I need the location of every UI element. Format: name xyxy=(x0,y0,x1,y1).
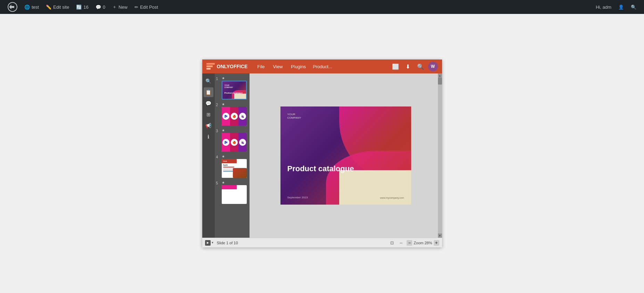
vertical-scrollbar[interactable]: ▲ ▼ xyxy=(438,73,442,238)
slide-info-2: ★ 🫐 🍎 🍇 xyxy=(222,102,248,126)
editor-footer: ▶ ▼ Slide 1 of 10 ⊡ ↔ − Zoom 28% + xyxy=(202,238,442,247)
slide-star-3: ★ xyxy=(222,128,248,132)
comments-icon: 💬 xyxy=(96,5,101,10)
slide-star-5: ★ xyxy=(222,181,248,184)
onlyoffice-logo-icon xyxy=(206,63,215,70)
wp-comments[interactable]: 💬 0 xyxy=(92,0,109,14)
slide-star-2: ★ xyxy=(222,102,248,106)
slide-thumb-1[interactable]: YOURCOMPANY Product catalogue xyxy=(222,81,247,100)
wp-hi-user[interactable]: Hi, adm xyxy=(592,0,615,14)
editor-body: 🔍 📋 💬 ⊞ 📢 ℹ 1 ★ xyxy=(202,73,442,238)
slide-info-3: ★ 🫐 🍎 🍇 xyxy=(222,128,248,152)
slide-item-3[interactable]: 3 ★ 🫐 🍎 xyxy=(216,128,248,152)
fit-width-icon[interactable]: ↔ xyxy=(398,239,405,246)
slide-thumb-3[interactable]: 🫐 🍎 🍇 xyxy=(222,133,247,152)
main-slide-date: September 2023 xyxy=(287,196,308,199)
sidebar-slides-icon[interactable]: 📋 xyxy=(204,87,213,97)
wp-edit-post[interactable]: ✏ Edit Post xyxy=(131,0,162,14)
slide3-circle-2: 🍎 xyxy=(231,139,238,146)
wp-site-name[interactable]: 🌐 test xyxy=(21,0,42,14)
slide-number-3: 3 xyxy=(216,128,220,133)
slide3-circle-3: 🍇 xyxy=(239,139,246,146)
slide-info-4: ★ YOUR Apple xyxy=(222,155,248,178)
zoom-label: Zoom 28% xyxy=(414,241,432,245)
zoom-control: − Zoom 28% + xyxy=(407,240,439,246)
main-cream-area xyxy=(339,170,411,205)
menu-file[interactable]: File xyxy=(253,60,269,73)
download-icon[interactable]: ⬇ xyxy=(403,62,413,71)
sidebar-comments-icon[interactable]: 💬 xyxy=(204,98,213,108)
slide-number-5: 5 xyxy=(216,181,220,185)
pencil-icon: ✏ xyxy=(134,5,138,10)
search-header-icon[interactable]: 🔍 xyxy=(416,62,425,71)
wp-new[interactable]: ＋ New xyxy=(109,0,131,14)
slide-item-1[interactable]: 1 ★ YOURCOMPANY Product catalogue xyxy=(216,76,248,100)
main-slide-canvas[interactable]: YOUR COMPANY Product catalogue September… xyxy=(280,106,411,205)
footer-right: ⊡ ↔ − Zoom 28% + xyxy=(389,239,439,246)
user-avatar[interactable]: W xyxy=(428,62,438,71)
menu-view[interactable]: View xyxy=(269,60,287,73)
main-company-text: YOUR COMPANY xyxy=(287,113,301,120)
slide-thumb-4[interactable]: YOUR Apple xyxy=(222,159,247,178)
site-icon: 🌐 xyxy=(24,5,30,10)
search-icon: 🔍 xyxy=(631,5,636,10)
updates-icon: 🔄 xyxy=(76,5,82,10)
user-icon: 👤 xyxy=(618,5,624,10)
slide-info-5: ★ xyxy=(222,181,248,204)
zoom-in-button[interactable]: + xyxy=(434,240,439,246)
editor-header: ONLYOFFICE File View Plugins Product... … xyxy=(202,60,442,73)
slide-number-1: 1 xyxy=(216,76,220,81)
slide-info-label: Slide 1 of 10 xyxy=(217,241,238,245)
editor-sidebar: 🔍 📋 💬 ⊞ 📢 ℹ xyxy=(202,73,215,238)
slide-star-4: ★ xyxy=(222,155,248,158)
scrollbar-down-btn[interactable]: ▼ xyxy=(438,233,442,238)
canvas-area: YOUR COMPANY Product catalogue September… xyxy=(250,73,442,238)
slide2-circle-1: 🫐 xyxy=(222,113,229,120)
play-button-area[interactable]: ▶ ▼ xyxy=(205,240,214,246)
wp-logo-item[interactable] xyxy=(4,0,21,14)
slide-item-5[interactable]: 5 ★ xyxy=(216,181,248,204)
edit-icon: ✏️ xyxy=(46,5,51,10)
editor-document-title: Product... xyxy=(313,64,391,69)
sidebar-table-icon[interactable]: ⊞ xyxy=(204,110,213,119)
slide-number-4: 4 xyxy=(216,155,220,159)
play-button[interactable]: ▶ xyxy=(205,240,211,246)
sidebar-search-icon[interactable]: 🔍 xyxy=(204,76,213,86)
wp-search[interactable]: 🔍 xyxy=(627,0,640,14)
main-slide-website: www.mycompany.com xyxy=(380,197,404,199)
main-area: ONLYOFFICE File View Plugins Product... … xyxy=(0,14,644,293)
fit-page-icon[interactable]: ⊡ xyxy=(389,239,396,246)
slide2-circle-2: 🍎 xyxy=(231,113,238,120)
scrollbar-up-btn[interactable]: ▲ xyxy=(438,73,442,78)
slide-thumb-2[interactable]: 🫐 🍎 🍇 xyxy=(222,107,247,126)
wp-bar-right: Hi, adm 👤 🔍 xyxy=(592,0,640,14)
editor-header-icons: ⬜ ⬇ 🔍 W xyxy=(391,62,438,71)
slide-number-2: 2 xyxy=(216,102,220,107)
wp-admin-bar: 🌐 test ✏️ Edit site 🔄 16 💬 0 ＋ New ✏ Edi… xyxy=(0,0,644,14)
menu-plugins[interactable]: Plugins xyxy=(287,60,310,73)
wp-updates[interactable]: 🔄 16 xyxy=(73,0,92,14)
print-icon[interactable]: ⬜ xyxy=(391,62,400,71)
main-slide-title: Product catalogue xyxy=(287,164,354,173)
main-slide-background: YOUR COMPANY Product catalogue September… xyxy=(280,106,411,205)
slide2-circle-3: 🍇 xyxy=(239,113,246,120)
slide-thumb-5[interactable] xyxy=(222,185,247,204)
slide3-circle-1: 🫐 xyxy=(222,139,229,146)
editor-logo[interactable]: ONLYOFFICE xyxy=(206,63,248,70)
zoom-out-button[interactable]: − xyxy=(407,240,412,246)
wp-edit-site[interactable]: ✏️ Edit site xyxy=(42,0,73,14)
sidebar-info-icon[interactable]: ℹ xyxy=(204,132,213,142)
slide-item-2[interactable]: 2 ★ 🫐 🍎 xyxy=(216,102,248,126)
editor-container: ONLYOFFICE File View Plugins Product... … xyxy=(202,60,442,247)
scrollbar-thumb[interactable] xyxy=(438,78,442,85)
slides-panel: 1 ★ YOURCOMPANY Product catalogue xyxy=(215,73,250,238)
wp-user-avatar[interactable]: 👤 xyxy=(615,0,627,14)
plus-icon: ＋ xyxy=(112,4,117,10)
slide-item-4[interactable]: 4 ★ YOUR Apple xyxy=(216,155,248,178)
slide-info-1: ★ YOURCOMPANY Product catalogue xyxy=(222,76,248,100)
slide-star-1: ★ xyxy=(222,76,248,80)
play-dropdown-arrow[interactable]: ▼ xyxy=(211,241,214,244)
sidebar-announce-icon[interactable]: 📢 xyxy=(204,121,213,130)
